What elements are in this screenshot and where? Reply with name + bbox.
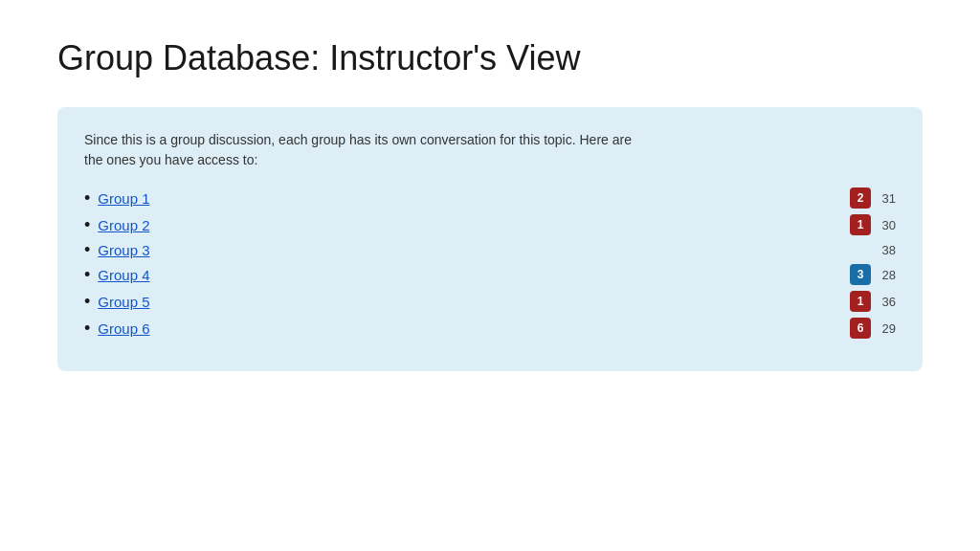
post-count: 30 (877, 218, 896, 232)
list-item: •Group 4328 (84, 264, 896, 285)
description: Since this is a group discussion, each g… (84, 130, 896, 170)
list-item: •Group 338 (84, 241, 896, 258)
bullet-icon: • (84, 293, 90, 310)
unread-badge: 1 (850, 214, 871, 235)
post-count: 29 (877, 321, 896, 336)
bullet-icon: • (84, 216, 90, 233)
bullet-icon: • (84, 320, 90, 337)
bullet-icon: • (84, 266, 90, 283)
bullet-icon: • (84, 189, 90, 207)
unread-badge: 3 (850, 264, 871, 285)
description-line2: the ones you have access to: (84, 152, 257, 167)
group-link[interactable]: Group 2 (98, 217, 149, 233)
list-item: •Group 1231 (84, 187, 896, 209)
post-count: 36 (877, 295, 896, 309)
post-count: 28 (877, 268, 896, 282)
post-count: 38 (877, 243, 896, 257)
unread-badge: 6 (850, 318, 871, 339)
list-item: •Group 5136 (84, 291, 896, 312)
page-title: Group Database: Instructor's View (0, 0, 980, 98)
group-link[interactable]: Group 1 (98, 190, 149, 207)
bullet-icon: • (84, 241, 90, 258)
group-list: •Group 1231•Group 2130•Group 338•Group 4… (84, 187, 896, 339)
unread-badge: 2 (850, 187, 871, 209)
list-item: •Group 6629 (84, 318, 896, 339)
group-link[interactable]: Group 3 (98, 242, 149, 258)
group-link[interactable]: Group 4 (98, 267, 149, 283)
description-line1: Since this is a group discussion, each g… (84, 132, 632, 147)
group-link[interactable]: Group 5 (98, 294, 149, 310)
post-count: 31 (877, 191, 896, 206)
list-item: •Group 2130 (84, 214, 896, 235)
unread-badge: 1 (850, 291, 871, 312)
group-link[interactable]: Group 6 (98, 320, 149, 337)
info-box: Since this is a group discussion, each g… (57, 107, 923, 371)
